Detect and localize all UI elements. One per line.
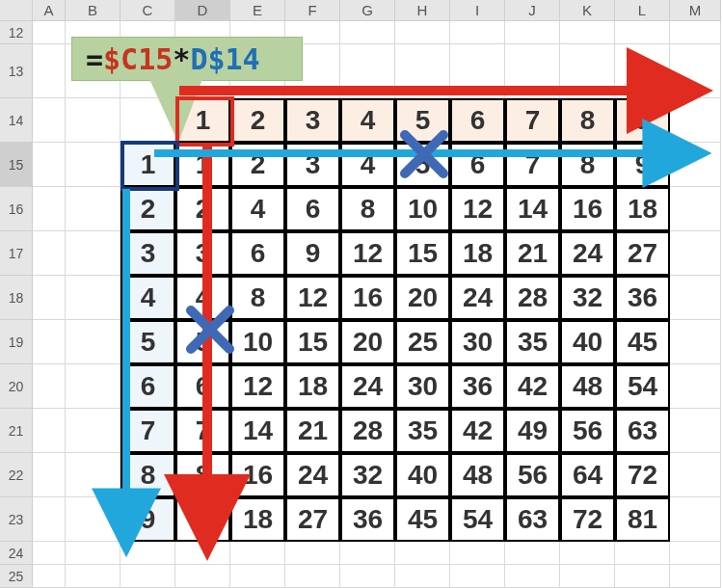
cell-C22[interactable]: 8	[120, 453, 175, 497]
cell-F14[interactable]: 3	[285, 98, 340, 143]
cell-F16[interactable]: 6	[285, 187, 340, 231]
cell-K12[interactable]	[560, 21, 615, 44]
cell-J13[interactable]	[505, 44, 560, 98]
column-header-L[interactable]: L	[615, 0, 670, 21]
cell-J19[interactable]: 35	[505, 320, 560, 364]
cell-G24[interactable]	[340, 542, 395, 565]
cell-A22[interactable]	[33, 453, 66, 497]
cell-H22[interactable]: 40	[395, 453, 450, 497]
cell-H19[interactable]: 25	[395, 320, 450, 364]
cell-B14[interactable]	[66, 98, 120, 143]
cell-I13[interactable]	[450, 44, 505, 98]
cell-D18[interactable]: 4	[175, 276, 230, 320]
cell-A24[interactable]	[33, 542, 66, 565]
cell-D19[interactable]: 5	[175, 320, 230, 364]
cell-J22[interactable]: 56	[505, 453, 560, 497]
cell-H14[interactable]: 5	[395, 98, 450, 143]
cell-F25[interactable]	[285, 565, 340, 588]
cell-M25[interactable]	[670, 565, 721, 588]
cell-I19[interactable]: 30	[450, 320, 505, 364]
cell-G22[interactable]: 32	[340, 453, 395, 497]
cell-A16[interactable]	[33, 187, 66, 231]
cell-E21[interactable]: 14	[230, 409, 285, 453]
column-header-C[interactable]: C	[120, 0, 175, 21]
cell-K24[interactable]	[560, 542, 615, 565]
row-header-19[interactable]: 19	[0, 320, 33, 364]
cell-H20[interactable]: 30	[395, 364, 450, 409]
cell-L18[interactable]: 36	[615, 276, 670, 320]
cell-A23[interactable]	[33, 497, 66, 542]
cell-F22[interactable]: 24	[285, 453, 340, 497]
row-header-23[interactable]: 23	[0, 497, 33, 542]
cell-C15[interactable]: 1	[120, 143, 175, 187]
cell-D17[interactable]: 3	[175, 231, 230, 276]
cell-G19[interactable]: 20	[340, 320, 395, 364]
cell-A21[interactable]	[33, 409, 66, 453]
cell-L22[interactable]: 72	[615, 453, 670, 497]
cell-E14[interactable]: 2	[230, 98, 285, 143]
cell-F23[interactable]: 27	[285, 497, 340, 542]
cell-I12[interactable]	[450, 21, 505, 44]
cell-L17[interactable]: 27	[615, 231, 670, 276]
cell-K20[interactable]: 48	[560, 364, 615, 409]
cell-B15[interactable]	[66, 143, 120, 187]
cell-H23[interactable]: 45	[395, 497, 450, 542]
row-header-24[interactable]: 24	[0, 542, 33, 565]
cell-J15[interactable]: 7	[505, 143, 560, 187]
row-header-17[interactable]: 17	[0, 231, 33, 276]
row-header-15[interactable]: 15	[0, 143, 33, 187]
cell-K16[interactable]: 16	[560, 187, 615, 231]
cell-C19[interactable]: 5	[120, 320, 175, 364]
cell-D16[interactable]: 2	[175, 187, 230, 231]
cell-K17[interactable]: 24	[560, 231, 615, 276]
cell-A12[interactable]	[33, 21, 66, 44]
cell-G23[interactable]: 36	[340, 497, 395, 542]
row-header-22[interactable]: 22	[0, 453, 33, 497]
cell-E16[interactable]: 4	[230, 187, 285, 231]
cell-L25[interactable]	[615, 565, 670, 588]
cell-J24[interactable]	[505, 542, 560, 565]
cell-M22[interactable]	[670, 453, 721, 497]
cell-J18[interactable]: 28	[505, 276, 560, 320]
column-header-D[interactable]: D	[175, 0, 230, 21]
cell-E15[interactable]: 2	[230, 143, 285, 187]
cell-L24[interactable]	[615, 542, 670, 565]
cell-M24[interactable]	[670, 542, 721, 565]
column-header-H[interactable]: H	[395, 0, 450, 21]
cell-A15[interactable]	[33, 143, 66, 187]
cell-D24[interactable]	[175, 542, 230, 565]
cell-L13[interactable]	[615, 44, 670, 98]
cell-E20[interactable]: 12	[230, 364, 285, 409]
cell-A18[interactable]	[33, 276, 66, 320]
cell-L15[interactable]: 9	[615, 143, 670, 187]
cell-G17[interactable]: 12	[340, 231, 395, 276]
cell-A14[interactable]	[33, 98, 66, 143]
cell-J25[interactable]	[505, 565, 560, 588]
column-header-M[interactable]: M	[670, 0, 721, 21]
cell-F19[interactable]: 15	[285, 320, 340, 364]
cell-L12[interactable]	[615, 21, 670, 44]
cell-E19[interactable]: 10	[230, 320, 285, 364]
cell-E25[interactable]	[230, 565, 285, 588]
cell-E18[interactable]: 8	[230, 276, 285, 320]
column-header-E[interactable]: E	[230, 0, 285, 21]
cell-L19[interactable]: 45	[615, 320, 670, 364]
cell-D25[interactable]	[175, 565, 230, 588]
cell-C18[interactable]: 4	[120, 276, 175, 320]
cell-J12[interactable]	[505, 21, 560, 44]
cell-I21[interactable]: 42	[450, 409, 505, 453]
cell-C17[interactable]: 3	[120, 231, 175, 276]
cell-B24[interactable]	[66, 542, 120, 565]
cell-M13[interactable]	[670, 44, 721, 98]
cell-A17[interactable]	[33, 231, 66, 276]
cell-H21[interactable]: 35	[395, 409, 450, 453]
cell-D21[interactable]: 7	[175, 409, 230, 453]
cell-B20[interactable]	[66, 364, 120, 409]
cell-H25[interactable]	[395, 565, 450, 588]
cell-F21[interactable]: 21	[285, 409, 340, 453]
cell-B18[interactable]	[66, 276, 120, 320]
cell-I23[interactable]: 54	[450, 497, 505, 542]
row-header-20[interactable]: 20	[0, 364, 33, 409]
cell-E24[interactable]	[230, 542, 285, 565]
cell-I18[interactable]: 24	[450, 276, 505, 320]
